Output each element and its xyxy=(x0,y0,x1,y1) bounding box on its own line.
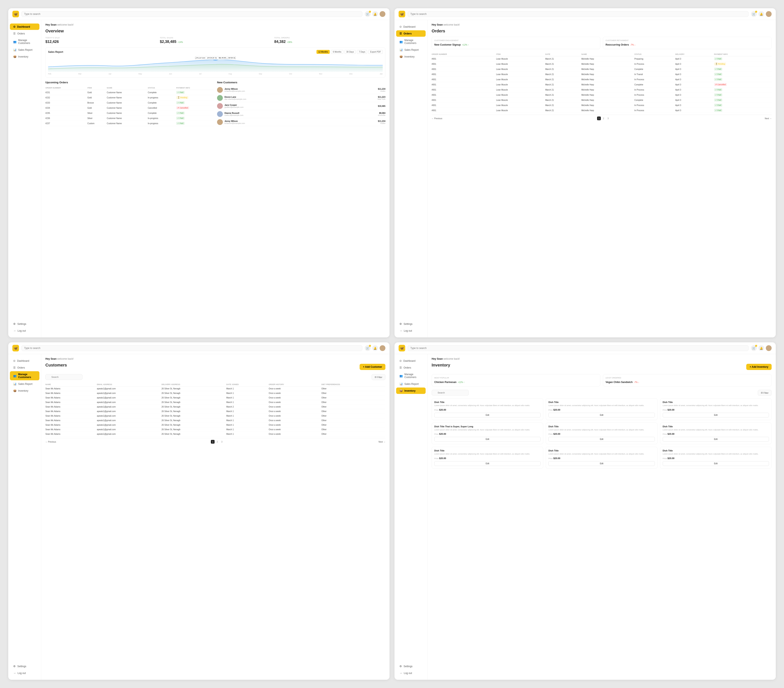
cust-sidebar-logout[interactable]: → Log out xyxy=(10,670,40,676)
order-name: Michelle Harp xyxy=(581,108,634,113)
cust-location: Austin xyxy=(378,122,385,124)
order-name: Michelle Harp xyxy=(581,67,634,72)
cust-page-3[interactable]: 3 xyxy=(220,440,224,444)
order-status: In Process xyxy=(634,103,675,108)
inv-bell-icon[interactable]: 🔔 xyxy=(758,345,764,351)
notification-icon[interactable]: 🛒1 xyxy=(365,11,371,17)
order-item: Lean Muscle xyxy=(496,97,545,103)
edit-button[interactable]: Edit xyxy=(548,413,655,417)
add-inventory-button[interactable]: + Add Inventory xyxy=(746,364,772,370)
orders-next-btn[interactable]: Next → xyxy=(765,117,772,120)
cust-diet: Other xyxy=(321,387,385,391)
sidebar-item-inventory[interactable]: 📦 Inventory xyxy=(10,53,40,60)
orders-page-3[interactable]: 3 xyxy=(606,117,610,120)
period-30days[interactable]: 30 Days xyxy=(344,50,356,54)
orders-prev-btn[interactable]: ← Previous xyxy=(432,117,442,120)
order-name: Michelle Harp xyxy=(581,82,634,87)
orders-bell-icon[interactable]: 🔔 xyxy=(758,11,764,17)
cust-sidebar-sales[interactable]: 📊 Sales Report xyxy=(10,381,40,387)
edit-button[interactable]: Edit xyxy=(434,437,540,441)
inventory-search-input[interactable] xyxy=(432,390,469,395)
inv-notification-icon[interactable]: 🛒1 xyxy=(751,345,757,351)
add-customer-button[interactable]: + Add Customer xyxy=(360,364,385,370)
cust-diet: Other xyxy=(321,405,385,409)
cust-name: Sean Mc Adams xyxy=(45,400,97,405)
order-item: Gold xyxy=(87,90,107,95)
period-12months[interactable]: 12 Months xyxy=(316,50,330,54)
cust-prev-btn[interactable]: ← Previous xyxy=(45,441,56,443)
edit-button[interactable]: Edit xyxy=(434,413,540,417)
customers-search-input[interactable] xyxy=(45,374,82,380)
sidebar-item-salesreport[interactable]: 📊 Sales Report xyxy=(10,47,40,53)
table-row: #001 Lean Muscle March 21 Michelle Harp … xyxy=(432,87,772,92)
export-pdf-button[interactable]: Export PDF xyxy=(368,50,383,54)
cust-sidebar-customers[interactable]: 👥 Manage Customers xyxy=(10,371,40,380)
inv-sidebar-orders[interactable]: ☰ Orders xyxy=(396,364,426,371)
edit-button[interactable]: Edit xyxy=(663,437,769,441)
cust-next-btn[interactable]: Next → xyxy=(379,441,385,443)
cust-avatar[interactable] xyxy=(380,345,385,351)
sidebar-item-logout[interactable]: → Log out xyxy=(10,328,40,334)
edit-button[interactable]: Edit xyxy=(548,437,655,441)
inv-sidebar-logout[interactable]: → Log out xyxy=(396,670,426,676)
inventory-filter-button[interactable]: ⊟ Filter xyxy=(758,390,772,396)
stat-totalorders-label: TOTAL ORDERS xyxy=(274,37,385,39)
cust-search-input[interactable] xyxy=(21,345,362,351)
inv-logout-icon: → xyxy=(399,672,402,675)
inv-avatar[interactable] xyxy=(766,345,772,351)
order-name: Michelle Harp xyxy=(581,77,634,82)
customers-filter-button[interactable]: ⊟ Filter xyxy=(372,374,385,380)
inv-topbar-search[interactable] xyxy=(408,345,748,351)
cust-sidebar-settings[interactable]: ⚙ Settings xyxy=(10,663,40,670)
orders-search-input[interactable] xyxy=(408,11,748,17)
edit-button[interactable]: Edit xyxy=(663,461,769,466)
edit-button[interactable]: Edit xyxy=(548,461,655,466)
payment-badge: ✓ Paid xyxy=(176,91,184,94)
orders-notification-icon[interactable]: 🛒1 xyxy=(751,11,757,17)
order-status: In Transit xyxy=(634,72,675,77)
inv-sidebar-settings[interactable]: ⚙ Settings xyxy=(396,663,426,670)
edit-button[interactable]: Edit xyxy=(663,413,769,417)
period-7days[interactable]: 7 Days xyxy=(357,50,367,54)
sidebar-item-settings[interactable]: ⚙ Settings xyxy=(10,321,40,327)
orders-sidebar-settings[interactable]: ⚙ Settings xyxy=(396,321,426,327)
orders-sidebar-inventory[interactable]: 📦 Inventory xyxy=(396,53,426,60)
table-row: Sean Mc Adams apeats1@gmail.com 26 Silve… xyxy=(45,423,385,427)
cust-info: Dianne Russell curtis.d@example.com xyxy=(224,112,376,116)
cust-meta: $9,084 Knoxville xyxy=(378,112,385,116)
order-delivery: April 3 xyxy=(675,67,714,72)
orders-sidebar-logout[interactable]: → Log out xyxy=(396,328,426,334)
cust-sidebar-inventory[interactable]: 📦 Inventory xyxy=(10,387,40,394)
search-input[interactable] xyxy=(21,11,362,17)
bell-icon[interactable]: 🔔 xyxy=(372,11,378,17)
sidebar-item-dashboard[interactable]: ⊙ Dashboard xyxy=(10,23,40,30)
cust-sidebar-dashboard[interactable]: ⊙ Dashboard xyxy=(10,357,40,364)
inv-item-price: Price $20.00 xyxy=(663,408,769,411)
orders-page-1[interactable]: 1 xyxy=(597,117,601,120)
order-num: #234 xyxy=(45,105,87,110)
sidebar-item-orders[interactable]: ☰ Orders xyxy=(10,30,40,37)
inv-sidebar-dashboard[interactable]: ⊙ Dashboard xyxy=(396,357,426,364)
cust-sidebar-orders[interactable]: ☰ Orders xyxy=(10,364,40,371)
orders-sidebar-orders[interactable]: ☰ Orders xyxy=(396,30,426,37)
edit-button[interactable]: Edit xyxy=(434,461,540,466)
inv-sidebar-inventory[interactable]: 📦 Inventory xyxy=(396,387,426,394)
orders-avatar[interactable] xyxy=(766,11,772,17)
inv-item-desc: Lorem ipsum dolor sit amet, consectetur … xyxy=(663,404,769,407)
cust-bell-icon[interactable]: 🔔 xyxy=(372,345,378,351)
order-delivery: April 3 xyxy=(675,97,714,103)
order-date: March 21 xyxy=(545,92,581,97)
sidebar-item-customers[interactable]: 👥 Manage Customers xyxy=(10,37,40,46)
inv-sidebar-customers[interactable]: 👥 Manage Customers xyxy=(396,371,426,380)
avatar[interactable] xyxy=(380,11,385,17)
cust-page-2[interactable]: 2 xyxy=(216,440,219,444)
cust-page-1[interactable]: 1 xyxy=(211,440,214,444)
orders-page-2[interactable]: 2 xyxy=(602,117,605,120)
cust-page-numbers: 1 2 3 xyxy=(211,440,224,444)
orders-sidebar-sales[interactable]: 📊 Sales Report xyxy=(396,47,426,53)
orders-sidebar-customers[interactable]: 👥 Manage Customers xyxy=(396,37,426,46)
orders-sidebar-dashboard[interactable]: ⊙ Dashboard xyxy=(396,23,426,30)
inv-sidebar-sales[interactable]: 📊 Sales Report xyxy=(396,381,426,387)
cust-notification-icon[interactable]: 🛒1 xyxy=(365,345,371,351)
period-6months[interactable]: 6 Months xyxy=(331,50,343,54)
